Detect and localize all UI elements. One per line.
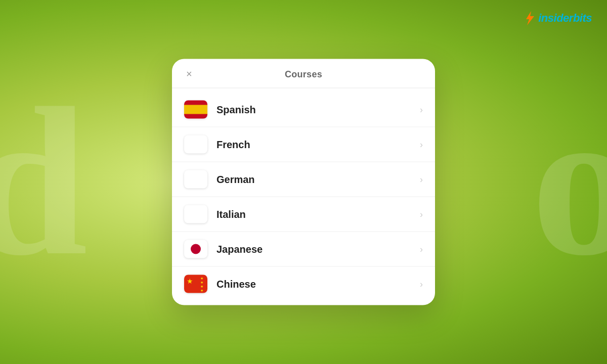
- bg-letter-left: d: [0, 76, 88, 288]
- flag-italian: [184, 205, 207, 223]
- chevron-icon-spanish: ›: [420, 104, 423, 115]
- chevron-icon-japanese: ›: [420, 244, 423, 254]
- course-item-japanese[interactable]: Japanese ›: [172, 232, 435, 267]
- chevron-icon-german: ›: [420, 174, 423, 185]
- course-name-italian: Italian: [216, 208, 420, 220]
- course-item-italian[interactable]: Italian ›: [172, 197, 435, 232]
- logo-bolt-icon: [521, 10, 537, 26]
- flag-japanese: [184, 240, 207, 258]
- close-button[interactable]: ×: [184, 66, 194, 80]
- modal-header: × Courses: [172, 59, 435, 88]
- course-item-german[interactable]: German ›: [172, 162, 435, 197]
- course-item-chinese[interactable]: ★ ★ ★ ★ ★ Chinese ›: [172, 267, 435, 301]
- flag-german: [184, 170, 207, 189]
- course-name-spanish: Spanish: [216, 104, 420, 115]
- course-name-chinese: Chinese: [216, 278, 420, 290]
- courses-modal: × Courses Spanish › French › German ›: [172, 59, 435, 305]
- chevron-icon-french: ›: [420, 139, 423, 150]
- chevron-icon-chinese: ›: [420, 279, 423, 289]
- course-name-german: German: [216, 173, 420, 185]
- bg-letter-right: o: [531, 76, 607, 288]
- course-name-japanese: Japanese: [216, 243, 420, 255]
- course-list: Spanish › French › German › Italian ›: [172, 88, 435, 305]
- modal-title: Courses: [285, 69, 322, 80]
- logo-text: insiderbits: [538, 12, 592, 25]
- flag-french: [184, 135, 207, 154]
- flag-spanish: [184, 101, 207, 119]
- chevron-icon-italian: ›: [420, 209, 423, 219]
- course-name-french: French: [216, 139, 420, 150]
- course-item-french[interactable]: French ›: [172, 127, 435, 162]
- flag-chinese: ★ ★ ★ ★ ★: [184, 275, 207, 293]
- logo: insiderbits: [521, 10, 592, 26]
- course-item-spanish[interactable]: Spanish ›: [172, 93, 435, 127]
- svg-marker-0: [526, 11, 534, 25]
